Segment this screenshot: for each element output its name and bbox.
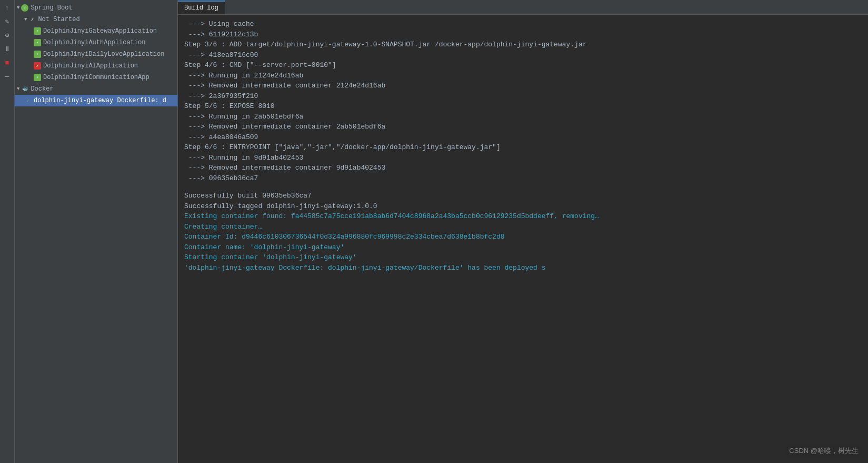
spring-boot-icon: ⚡ [21, 4, 28, 12]
console-line: Step 6/6 : ENTRYPOINT ["java","-jar","/d… [184, 142, 862, 153]
console-line: Successfully built 09635eb36ca7 [184, 191, 862, 201]
tab-build-log-label: Build log [184, 4, 218, 12]
chevron-icon: ▼ [17, 5, 19, 11]
console-line: Successfully tagged dolphin-jinyi-gatewa… [184, 201, 862, 212]
pause-icon[interactable]: ⏸ [2, 43, 13, 55]
console-line: Step 4/6 : CMD ["--server.port=8010"] [184, 60, 862, 71]
console-line: Creating container… [184, 222, 862, 232]
chevron-not-started-icon: ▼ [24, 17, 27, 22]
console-line: Container Id: d9446c610306736544f0d324a9… [184, 232, 862, 242]
app-label-3: DolphinJinyiAIApplication [43, 62, 138, 70]
console-line: ---> Removed intermediate container 2124… [184, 81, 862, 91]
console-line: ---> 09635eb36ca7 [184, 173, 862, 184]
sidebar-item-app-4[interactable]: ⚡ DolphinJinyiCommunicationApp [15, 72, 177, 83]
left-toolbar: ↑ ✎ ⚙ ⏸ ■ — [0, 0, 15, 463]
console-line: ---> Removed intermediate container 9d91… [184, 163, 862, 173]
sidebar-item-app-1[interactable]: ⚡ DolphinJinyiAuthApplication [15, 37, 177, 48]
console-line: ---> a4ea8046a509 [184, 132, 862, 143]
docker-label: Docker [31, 85, 53, 93]
watermark: CSDN @哈喽，树先生 [786, 445, 862, 457]
app-icon-2: ⚡ [34, 51, 41, 58]
console-line: Step 5/6 : EXPOSE 8010 [184, 101, 862, 112]
tab-build-log[interactable]: Build log [178, 1, 225, 14]
stop-icon[interactable]: ■ [2, 57, 13, 68]
main-content: Build log ---> Using cache ---> 61192112… [178, 0, 868, 463]
not-started-icon: ✗ [28, 16, 36, 23]
console-line: ---> Running in 9d91ab402453 [184, 153, 862, 163]
edit-icon[interactable]: ✎ [2, 16, 13, 27]
app-label-0: DolphinJinyiGatewayApplication [43, 27, 157, 35]
console-line: 'dolphin-jinyi-gateway Dockerfile: dolph… [184, 263, 862, 273]
console-line: ---> Running in 2124e24d16ab [184, 71, 862, 81]
console-line: ---> 2a367935f210 [184, 91, 862, 102]
docker-item-label: dolphin-jinyi-gateway Dockerfile: d [34, 97, 166, 104]
app-icon-1: ⚡ [34, 39, 41, 46]
app-label-1: DolphinJinyiAuthApplication [43, 39, 145, 46]
sidebar-item-app-2[interactable]: ⚡ DolphinJinyiDailyLoveApplication [15, 48, 177, 60]
arrow-up-icon[interactable]: ↑ [2, 2, 13, 14]
console-line: ---> 418ea8716c00 [184, 50, 862, 61]
sidebar-item-spring-boot[interactable]: ▼ ⚡ Spring Boot [15, 2, 177, 14]
console-line: Existing container found: fa44585c7a75cc… [184, 211, 862, 222]
minus-icon[interactable]: — [2, 71, 13, 82]
console-line: Container name: 'dolphin-jinyi-gateway' [184, 242, 862, 253]
console-line: ---> Using cache [184, 19, 862, 29]
console-line: ---> 61192112c13b [184, 29, 862, 40]
console-line: Step 3/6 : ADD target/dolphin-jinyi-gate… [184, 40, 862, 50]
sidebar-item-app-0[interactable]: ⚡ DolphinJinyiGatewayApplication [15, 25, 177, 37]
gear-icon[interactable]: ⚙ [2, 29, 13, 41]
sidebar-item-docker[interactable]: ▼ 🐳 Docker [15, 83, 177, 95]
console-line [184, 183, 862, 191]
sidebar: ▼ ⚡ Spring Boot ▼ ✗ Not Started ⚡ Dolphi… [15, 0, 178, 463]
tab-bar: Build log [178, 0, 868, 15]
app-label-4: DolphinJinyiCommunicationApp [43, 74, 149, 81]
not-started-label: Not Started [38, 16, 79, 23]
sidebar-item-docker-item[interactable]: ✓ dolphin-jinyi-gateway Dockerfile: d [15, 95, 177, 106]
spring-boot-label: Spring Boot [31, 4, 72, 12]
sidebar-item-app-3[interactable]: ✗ DolphinJinyiAIApplication [15, 60, 177, 72]
console-line: ---> Removed intermediate container 2ab5… [184, 122, 862, 132]
app-label-2: DolphinJinyiDailyLoveApplication [43, 51, 164, 58]
sidebar-tree: ▼ ⚡ Spring Boot ▼ ✗ Not Started ⚡ Dolphi… [15, 0, 177, 463]
app-icon-4: ⚡ [34, 74, 41, 81]
chevron-docker-icon: ▼ [17, 86, 19, 92]
console-line: ---> Running in 2ab501ebdf6a [184, 112, 862, 122]
dockerfile-icon: ✓ [24, 97, 32, 104]
console-line: Starting container 'dolphin-jinyi-gatewa… [184, 252, 862, 263]
console-output[interactable]: ---> Using cache ---> 61192112c13bStep 3… [178, 15, 868, 463]
docker-icon: 🐳 [21, 85, 28, 93]
app-icon-3: ✗ [34, 62, 41, 70]
sidebar-item-not-started[interactable]: ▼ ✗ Not Started [15, 14, 177, 25]
app-icon-0: ⚡ [34, 27, 41, 35]
